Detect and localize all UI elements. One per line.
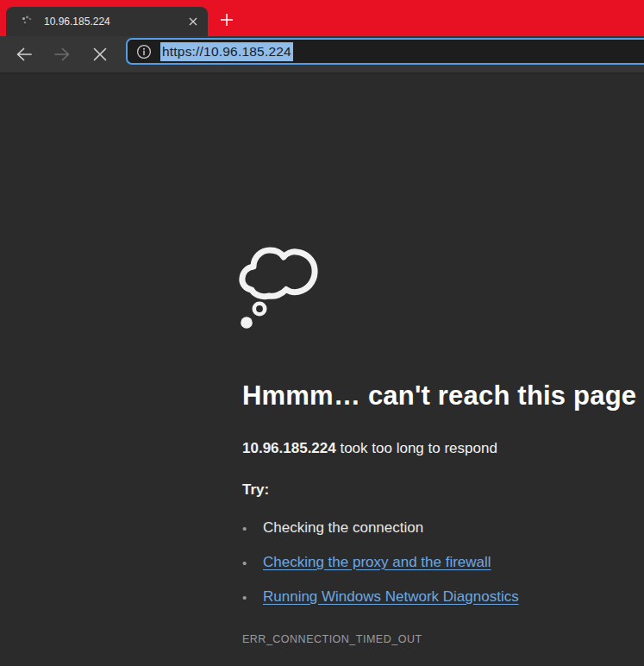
error-subtitle-rest: took too long to respond	[336, 440, 497, 456]
try-label: Try:	[242, 481, 269, 499]
bullet-dot: •	[242, 590, 263, 605]
forward-arrow-icon	[52, 44, 72, 65]
forward-button[interactable]	[52, 44, 72, 65]
list-item: • Checking the connection	[242, 511, 519, 545]
link-proxy-firewall[interactable]: Checking the proxy and the firewall	[263, 554, 491, 571]
suggestion-check-connection: Checking the connection	[263, 519, 423, 537]
browser-toolbar: https://10.96.185.224	[0, 36, 644, 74]
bullet-dot: •	[242, 521, 263, 536]
error-host: 10.96.185.224	[242, 440, 336, 456]
browser-tab[interactable]: 10.96.185.224	[6, 7, 208, 36]
list-item: • Checking the proxy and the firewall	[242, 545, 519, 580]
error-title: Hmmm… can't reach this page	[242, 380, 636, 412]
stop-x-icon	[91, 45, 109, 64]
link-network-diagnostics[interactable]: Running Windows Network Diagnostics	[263, 588, 519, 606]
error-page: Hmmm… can't reach this page 10.96.185.22…	[0, 74, 644, 666]
suggestion-list: • Checking the connection • Checking the…	[242, 511, 519, 614]
tab-loading-spinner-icon	[20, 15, 34, 28]
tab-strip: 10.96.185.224	[0, 0, 644, 36]
bullet-dot: •	[242, 556, 263, 570]
back-button[interactable]	[14, 44, 34, 65]
new-tab-button[interactable]	[217, 10, 236, 29]
site-info-icon[interactable]	[136, 44, 152, 60]
error-code: ERR_CONNECTION_TIMED_OUT	[242, 633, 422, 645]
thought-cloud-icon	[238, 242, 326, 334]
list-item: • Running Windows Network Diagnostics	[242, 580, 519, 614]
selected-url-text: https://10.96.185.224	[160, 42, 293, 61]
stop-button[interactable]	[90, 44, 110, 65]
tab-close-icon[interactable]	[187, 16, 199, 28]
address-bar[interactable]: https://10.96.185.224	[126, 38, 644, 65]
back-arrow-icon	[14, 44, 34, 65]
tab-title: 10.96.185.224	[44, 16, 187, 28]
error-subtitle: 10.96.185.224 took too long to respond	[242, 440, 497, 457]
address-input[interactable]: https://10.96.185.224	[160, 44, 293, 60]
